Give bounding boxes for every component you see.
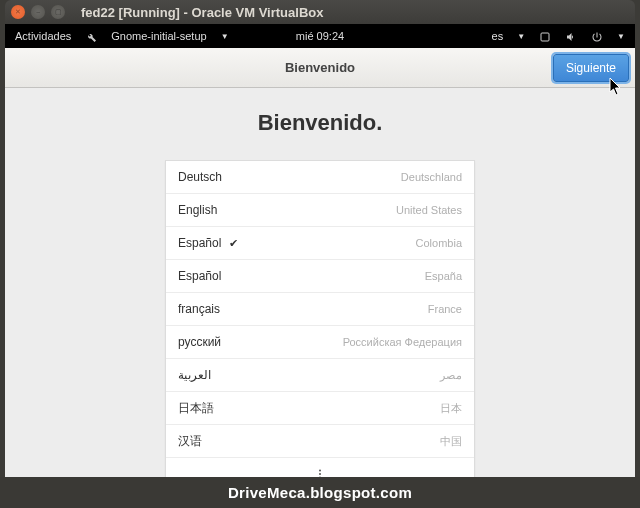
language-name: 日本語 (178, 400, 214, 417)
language-row[interactable]: English United States (166, 194, 474, 227)
accessibility-icon[interactable] (539, 29, 551, 42)
language-country: 中国 (440, 434, 462, 449)
volume-icon[interactable] (565, 29, 577, 42)
language-name: Deutsch (178, 170, 222, 184)
language-row[interactable]: 日本語 日本 (166, 392, 474, 425)
window-title: fed22 [Running] - Oracle VM VirtualBox (81, 5, 323, 20)
language-name: français (178, 302, 220, 316)
language-name: English (178, 203, 217, 217)
watermark-text: DriveMeca.blogspot.com (228, 484, 412, 501)
language-row[interactable]: français France (166, 293, 474, 326)
gnome-top-bar: Actividades Gnome-initial-setup ▼ mié 09… (5, 24, 635, 48)
language-row[interactable]: العربية مصر (166, 359, 474, 392)
language-name: русский (178, 335, 221, 349)
language-row-selected[interactable]: Español ✔ Colombia (166, 227, 474, 260)
more-languages-button[interactable] (166, 458, 474, 477)
language-list: Deutsch Deutschland English United State… (165, 160, 475, 477)
app-indicator[interactable]: Gnome-initial-setup (111, 30, 206, 42)
language-country: España (425, 270, 462, 282)
language-country: 日本 (440, 401, 462, 416)
language-row[interactable]: русский Российская Федерация (166, 326, 474, 359)
language-country: United States (396, 204, 462, 216)
next-button[interactable]: Siguiente (553, 54, 629, 82)
svg-point-1 (319, 470, 321, 472)
language-country: Deutschland (401, 171, 462, 183)
language-country: Российская Федерация (343, 336, 462, 348)
wrench-icon (85, 29, 97, 42)
language-row[interactable]: Deutsch Deutschland (166, 161, 474, 194)
window-close-button[interactable]: ✕ (11, 5, 25, 19)
language-country: مصر (440, 369, 462, 382)
welcome-heading: Bienvenido. (5, 110, 635, 136)
svg-point-2 (319, 473, 321, 475)
activities-button[interactable]: Actividades (15, 30, 71, 42)
language-name: Español ✔ (178, 236, 238, 250)
check-icon: ✔ (229, 237, 238, 250)
language-country: France (428, 303, 462, 315)
system-menu-arrow-icon: ▼ (617, 32, 625, 41)
watermark-footer: DriveMeca.blogspot.com (0, 477, 640, 508)
language-name: 汉语 (178, 433, 202, 450)
app-indicator-arrow-icon: ▼ (221, 32, 229, 41)
app-header-title: Bienvenido (285, 60, 355, 75)
language-name: العربية (178, 368, 211, 382)
keyboard-layout-arrow-icon: ▼ (517, 32, 525, 41)
app-header-bar: Bienvenido Siguiente (5, 48, 635, 88)
language-name: Español (178, 269, 221, 283)
more-icon (314, 466, 326, 477)
svg-rect-0 (541, 33, 549, 41)
content-area: Bienvenido. Deutsch Deutschland English … (5, 88, 635, 477)
window-maximize-button[interactable]: ▢ (51, 5, 65, 19)
language-row[interactable]: Español España (166, 260, 474, 293)
language-row[interactable]: 汉语 中国 (166, 425, 474, 458)
keyboard-layout-indicator[interactable]: es (492, 30, 504, 42)
language-country: Colombia (416, 237, 462, 249)
power-icon[interactable] (591, 29, 603, 42)
window-minimize-button[interactable]: − (31, 5, 45, 19)
next-button-label: Siguiente (566, 61, 616, 75)
host-window-titlebar: ✕ − ▢ fed22 [Running] - Oracle VM Virtua… (5, 0, 635, 24)
